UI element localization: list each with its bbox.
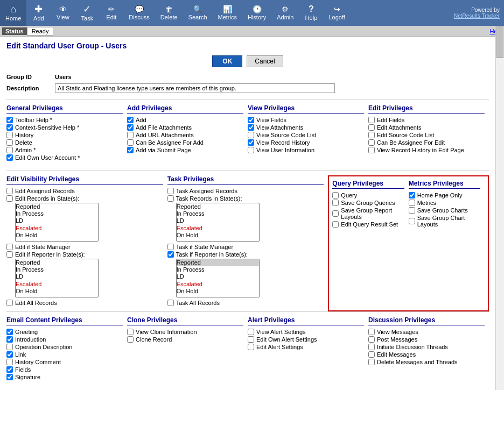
cb-view-messages[interactable] <box>368 329 375 335</box>
cb-edit-own-alert[interactable] <box>248 336 254 343</box>
cb-edit-fields[interactable] <box>368 117 375 123</box>
cb-admin[interactable] <box>6 147 13 153</box>
cb-add-file[interactable] <box>127 124 134 131</box>
priv-fields: Fields <box>6 366 123 373</box>
clone-privileges-section: Clone Privileges View Clone Information … <box>127 316 248 386</box>
task-privileges-section: Task Privileges Task Assigned Records Ta… <box>167 175 328 311</box>
cb-query[interactable] <box>332 192 339 198</box>
nav-history[interactable]: 🕐 History <box>242 0 271 26</box>
description-input[interactable] <box>55 83 335 93</box>
metrics-privileges-title: Metrics Privileges <box>409 180 480 189</box>
priv-save-group-chart-layouts: Save Group Chart Layouts <box>409 215 480 228</box>
priv-edit-own-alert: Edit Own Alert Settings <box>248 336 364 343</box>
cb-edit-records-state[interactable] <box>6 195 13 202</box>
cb-assignee-edit[interactable] <box>368 139 375 146</box>
nav-task[interactable]: ✓ Task <box>75 0 99 26</box>
cb-history[interactable] <box>6 132 13 138</box>
cb-edit-reporter-state[interactable] <box>6 251 13 258</box>
cb-op-desc[interactable] <box>6 344 13 350</box>
general-privileges-section: General Privileges Toolbar Help * Contex… <box>6 104 127 166</box>
cb-edit-query-result[interactable] <box>332 221 339 228</box>
cb-save-group-queries[interactable] <box>332 200 339 206</box>
cb-view-user-info[interactable] <box>248 147 254 153</box>
cb-save-group-chart-layouts[interactable] <box>409 218 415 224</box>
cb-history-comment[interactable] <box>6 359 13 365</box>
cb-initiate-threads[interactable] <box>368 344 375 350</box>
cb-clone-record[interactable] <box>127 336 134 343</box>
brand-link[interactable]: NetResults Tracker <box>454 13 500 19</box>
cb-view-clone[interactable] <box>127 329 134 335</box>
nav-delete[interactable]: 🗑 Delete <box>155 0 183 26</box>
cb-task-state-manager[interactable] <box>167 244 174 250</box>
cb-task-reporter-state[interactable] <box>167 251 174 258</box>
brand: Powered by NetResults Tracker <box>450 0 504 26</box>
cb-edit-alert[interactable] <box>248 344 254 350</box>
delete-icon: 🗑 <box>165 5 173 13</box>
cb-home-page-only[interactable] <box>409 192 415 198</box>
cb-context-help[interactable] <box>6 124 13 131</box>
page-title: Edit Standard User Group - Users <box>6 41 489 50</box>
cb-edit-assigned[interactable] <box>6 188 13 194</box>
cb-add[interactable] <box>127 117 134 123</box>
cb-introduction[interactable] <box>6 336 13 343</box>
cb-view-source[interactable] <box>248 132 254 138</box>
cb-save-group-charts[interactable] <box>409 207 415 214</box>
cb-fields[interactable] <box>6 366 13 373</box>
edit-state-list2[interactable]: Reported In Process LD Escalated On Hold <box>15 259 99 297</box>
priv-edit-alert: Edit Alert Settings <box>248 344 364 350</box>
cb-view-attachments[interactable] <box>248 124 254 131</box>
cb-edit-state-manager[interactable] <box>6 244 13 250</box>
nav-view[interactable]: 👁 View <box>51 0 75 26</box>
description-label: Description <box>6 85 55 91</box>
cb-view-alert[interactable] <box>248 329 254 335</box>
task-state-list2[interactable]: Reported In Process LD Escalated On Hold <box>176 259 260 297</box>
nav-home[interactable]: ⌂ Home <box>0 0 26 26</box>
priv-view-fields: View Fields <box>248 117 364 123</box>
cb-view-fields[interactable] <box>248 117 254 123</box>
nav-help[interactable]: ? Help <box>299 0 323 26</box>
cb-view-record-history-edit[interactable] <box>368 147 375 153</box>
nav-discuss[interactable]: 💬 Discuss <box>123 0 155 26</box>
cb-edit-all[interactable] <box>6 300 13 306</box>
view-privileges-section: View Privileges View Fields View Attachm… <box>248 104 368 166</box>
nav-admin[interactable]: ⚙ Admin <box>271 0 299 26</box>
ok-button[interactable]: OK <box>212 55 242 67</box>
cb-task-assigned[interactable] <box>167 188 174 194</box>
cb-edit-messages[interactable] <box>368 351 375 358</box>
nav-search[interactable]: 🔍 Search <box>183 0 213 26</box>
cb-signature[interactable] <box>6 374 13 380</box>
cb-add-url[interactable] <box>127 132 134 138</box>
cancel-button[interactable]: Cancel <box>247 55 283 67</box>
cb-toolbar-help[interactable] <box>6 117 13 123</box>
cb-add-submit[interactable] <box>127 147 134 153</box>
task-state-list1[interactable]: Reported In Process LD Escalated On Hold <box>176 203 260 242</box>
cb-metrics[interactable] <box>409 200 415 206</box>
priv-view-clone: View Clone Information <box>127 329 243 335</box>
query-privileges-section: Query Privileges Query Save Group Querie… <box>332 180 408 233</box>
cb-edit-source[interactable] <box>368 132 375 138</box>
cb-link[interactable] <box>6 351 13 358</box>
priv-edit-own-account: Edit Own User Account * <box>6 154 123 161</box>
nav-add[interactable]: ✚ Add <box>26 0 51 26</box>
cb-view-record-history[interactable] <box>248 139 254 146</box>
cb-edit-attachments[interactable] <box>368 124 375 131</box>
nav-metrics[interactable]: 📊 Metrics <box>213 0 242 26</box>
cb-delete-messages[interactable] <box>368 359 375 365</box>
general-privileges-title: General Privileges <box>6 104 123 113</box>
scrollbar-thumb[interactable] <box>496 26 503 58</box>
cb-post-messages[interactable] <box>368 336 375 343</box>
priv-task-reporter-state: Task if Reporter in State(s): <box>167 251 324 258</box>
nav-logoff[interactable]: ↪ Logoff <box>323 0 350 26</box>
nav-edit[interactable]: ✏ Edit <box>99 0 123 26</box>
cb-assignee-add[interactable] <box>127 139 134 146</box>
cb-edit-own-account[interactable] <box>6 154 13 161</box>
cb-task-all[interactable] <box>167 300 174 306</box>
home-icon: ⌂ <box>10 4 16 14</box>
cb-task-records-state[interactable] <box>167 195 174 202</box>
scrollbar[interactable] <box>495 26 504 390</box>
cb-save-group-report[interactable] <box>332 210 339 217</box>
cb-greeting[interactable] <box>6 329 13 335</box>
edit-privileges-section: Edit Privileges Edit Fields Edit Attachm… <box>368 104 489 166</box>
cb-delete[interactable] <box>6 139 13 146</box>
edit-state-list1[interactable]: Reported In Process LD Escalated On Hold <box>15 203 99 242</box>
